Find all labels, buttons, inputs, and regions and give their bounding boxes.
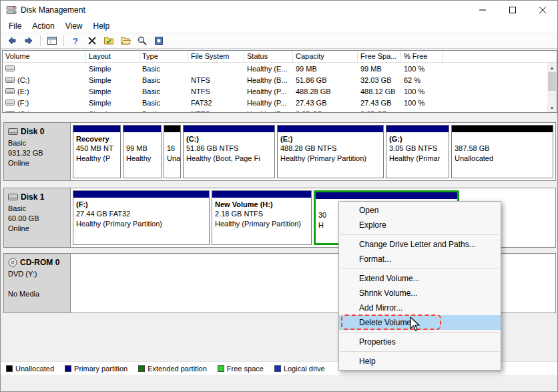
forward-icon: [23, 35, 34, 46]
column-volume[interactable]: Volume: [3, 51, 86, 62]
partition-efi-system[interactable]: 99 MB Healthy: [123, 125, 162, 178]
disk-management-app-icon: [6, 5, 17, 15]
drive-icon: [5, 99, 15, 106]
maximize-button[interactable]: [497, 1, 527, 19]
column-file-system[interactable]: File System: [188, 51, 244, 62]
partition-color-bar: [386, 126, 449, 132]
toolbar-separator: [63, 35, 64, 46]
volume-list-scrollbar[interactable]: ▲ ▼: [547, 63, 557, 112]
minimize-button[interactable]: [467, 1, 497, 19]
volume-row-f[interactable]: (F:) Simple Basic FAT32 Healthy (P... 27…: [3, 97, 547, 108]
menu-item-open[interactable]: Open: [339, 203, 501, 218]
settings-button[interactable]: [152, 34, 166, 47]
partition-color-bar: [73, 126, 120, 132]
column-capacity[interactable]: Capacity: [293, 51, 358, 62]
open-folder-button[interactable]: [118, 34, 133, 47]
column-pct-free[interactable]: % Free: [401, 51, 443, 62]
partition-color-bar: [123, 126, 161, 132]
volume-row-g-clipped[interactable]: (G:) Simple Basic NTFS Healthy (P... 3.0…: [3, 108, 547, 112]
scroll-up-arrow-icon[interactable]: ▲: [547, 63, 557, 72]
partition-f[interactable]: (F:) 27.44 GB FAT32 Healthy (Primary Par…: [73, 190, 210, 245]
disk0-partitions: Recovery 450 MB NT Healthy (P 99 MB Heal…: [71, 123, 555, 180]
back-icon: [7, 35, 17, 46]
menu-item-help[interactable]: Help: [339, 354, 501, 369]
disk0-info-panel[interactable]: Disk 0 Basic 931.32 GB Online: [4, 123, 71, 180]
primary-partition-swatch-icon: [65, 365, 71, 372]
back-button[interactable]: [5, 34, 19, 47]
minimize-icon: [479, 7, 486, 13]
help-button[interactable]: ?: [68, 34, 83, 47]
toolbar-separator: [40, 35, 41, 46]
drive-icon: [5, 110, 15, 112]
open-folder-icon: [120, 35, 131, 46]
menu-separator: [340, 332, 499, 333]
partition-recovery[interactable]: Recovery 450 MB NT Healthy (P: [73, 125, 121, 178]
volume-row-e[interactable]: (E:) Simple Basic NTFS Healthy (P... 488…: [3, 85, 547, 97]
disk1-info-panel[interactable]: Disk 1 Basic 60.00 GB Online: [4, 188, 71, 247]
partition-e[interactable]: (E:) 488.28 GB NTFS Healthy (Primary Par…: [277, 125, 384, 178]
properties-icon: [103, 35, 114, 46]
menu-item-explore[interactable]: Explore: [339, 218, 501, 232]
partition-context-menu: Open Explore Change Drive Letter and Pat…: [338, 201, 501, 371]
unallocated-swatch-icon: [6, 365, 13, 372]
column-type[interactable]: Type: [140, 51, 188, 62]
menu-item-extend-volume[interactable]: Extend Volume...: [339, 271, 501, 286]
menu-bar: File Action View Help: [1, 19, 557, 33]
volume-list-body: Simple Basic Healthy (E... 99 MB 99 MB 1…: [3, 63, 547, 112]
menu-item-delete-volume[interactable]: Delete Volume...: [339, 315, 501, 330]
menu-view[interactable]: View: [60, 20, 88, 32]
column-free-space[interactable]: Free Spa...: [358, 51, 401, 62]
delete-icon: [87, 36, 97, 45]
disk-management-window: Disk Management File Action View Help: [0, 0, 558, 392]
forward-button[interactable]: [21, 34, 36, 47]
menu-action[interactable]: Action: [27, 20, 59, 32]
partition-g[interactable]: (G:) 3.05 GB NTFS Healthy (Primar: [386, 125, 449, 178]
partition-unallocated-16mb[interactable]: 16 Una: [164, 125, 181, 178]
disk-icon: [8, 193, 18, 201]
volume-row-system[interactable]: Simple Basic Healthy (E... 99 MB 99 MB 1…: [3, 63, 547, 74]
legend-extended-partition: Extended partition: [138, 365, 207, 373]
properties-button[interactable]: [101, 34, 116, 47]
menu-item-shrink-volume[interactable]: Shrink Volume...: [339, 286, 501, 301]
partition-color-bar: [316, 192, 457, 199]
menu-item-add-mirror[interactable]: Add Mirror...: [339, 301, 501, 315]
settings-icon: [154, 35, 164, 46]
disk-icon: [8, 128, 18, 136]
partition-unallocated[interactable]: 387.58 GB Unallocated: [451, 125, 553, 178]
menu-item-properties[interactable]: Properties: [339, 335, 501, 349]
drive-icon: [5, 65, 15, 72]
window-controls: [467, 1, 557, 19]
cd-rom-icon: [8, 258, 17, 267]
menu-item-change-drive-letter[interactable]: Change Drive Letter and Paths...: [339, 237, 501, 252]
partition-h[interactable]: New Volume (H:) 2.18 GB NTFS Healthy (Pr…: [212, 190, 312, 245]
delete-volume-button[interactable]: [85, 34, 99, 47]
logical-drive-swatch-icon: [274, 365, 281, 372]
volume-row-c[interactable]: (C:) Simple Basic NTFS Healthy (B... 51.…: [3, 74, 547, 85]
column-status[interactable]: Status: [244, 51, 293, 62]
legend-unallocated: Unallocated: [6, 365, 54, 373]
partition-color-bar: [452, 126, 553, 132]
menu-separator: [340, 234, 499, 235]
window-title: Disk Management: [21, 5, 85, 15]
menu-item-format[interactable]: Format...: [339, 252, 501, 266]
search-button[interactable]: [135, 34, 150, 47]
menu-separator: [340, 351, 499, 352]
legend-free-space: Free space: [218, 365, 264, 373]
menu-file[interactable]: File: [3, 20, 27, 32]
search-icon: [137, 35, 148, 46]
volume-list-header: Volume Layout Type File System Status Ca…: [3, 51, 557, 63]
partition-c[interactable]: (C:) 51.86 GB NTFS Healthy (Boot, Page F…: [183, 125, 275, 178]
legend-logical-drive: Logical drive: [274, 365, 325, 373]
scrollbar-thumb[interactable]: [548, 72, 556, 91]
partition-color-bar: [73, 191, 209, 198]
console-tree-button[interactable]: [45, 34, 59, 47]
partition-color-bar: [212, 191, 311, 198]
menu-help[interactable]: Help: [88, 20, 115, 32]
cdrom-info-panel[interactable]: CD-ROM 0 DVD (Y:) No Media: [4, 254, 71, 313]
scroll-down-arrow-icon[interactable]: ▼: [547, 103, 557, 112]
close-button[interactable]: [527, 1, 557, 19]
column-layout[interactable]: Layout: [86, 51, 140, 62]
drive-icon: [5, 76, 15, 83]
menu-separator: [340, 268, 499, 269]
disk0-row: Disk 0 Basic 931.32 GB Online Recovery 4…: [3, 122, 556, 181]
